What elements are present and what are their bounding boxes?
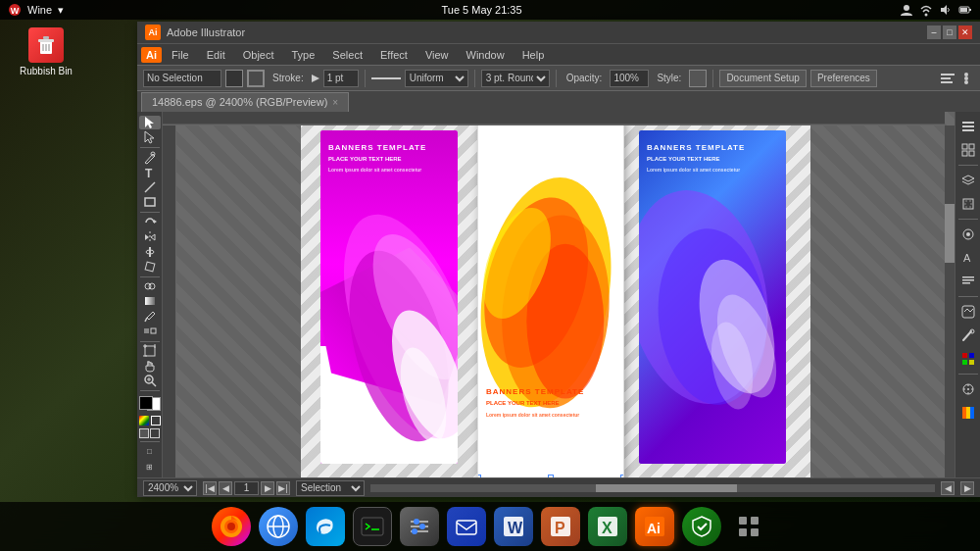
properties-panel-button[interactable] [957,116,979,137]
menu-effect[interactable]: Effect [372,47,416,63]
artboard-tool-button[interactable] [139,344,161,358]
shape-builder-tool-button[interactable] [139,279,161,293]
reflect-tool-button[interactable] [139,230,161,244]
wine-label[interactable]: Wine [27,4,52,16]
rotate-tool-button[interactable] [139,216,161,229]
taskbar-word-button[interactable]: W [494,507,533,546]
direct-selection-tool-button[interactable] [139,130,161,144]
fill-swatch[interactable] [225,70,243,87]
doc-tab-close-button[interactable]: × [332,97,338,108]
taskbar-excel-button[interactable]: X [588,507,627,546]
horizontal-scrollbar-thumb[interactable] [596,484,737,492]
handle-br[interactable] [620,475,624,478]
taskbar-firefox-button[interactable] [212,507,251,546]
paragraph-panel-button[interactable] [957,271,979,292]
taskbar-browser-button[interactable] [259,507,298,546]
menu-object[interactable]: Object [235,47,282,63]
first-page-button[interactable]: |◀ [203,481,217,495]
stroke-mode-button[interactable] [150,428,160,438]
maximize-button[interactable]: □ [943,25,956,39]
svg-rect-69 [962,129,974,131]
menu-select[interactable]: Select [324,47,370,63]
none-mode-button[interactable] [151,416,161,426]
color-guide-panel-button[interactable] [957,402,979,424]
minimize-button[interactable]: – [927,25,941,39]
fg-color-swatch[interactable] [139,396,153,410]
taskbar-mail-button[interactable] [447,507,486,546]
taskbar-security-button[interactable] [682,507,721,546]
vertical-scrollbar[interactable] [945,125,955,477]
svg-text:X: X [602,520,612,536]
brushes-panel-button[interactable] [957,325,979,346]
uniform-select[interactable]: Uniform [405,70,468,87]
symbols-panel-button[interactable] [957,378,979,400]
opacity-input[interactable] [610,70,649,87]
type-tool-button[interactable]: T [139,166,161,179]
gradient-tool-button[interactable] [139,294,161,308]
next-page-button[interactable]: ▶ [261,481,274,495]
taskbar-app-grid-button[interactable] [729,507,768,546]
status-select[interactable]: Selection [296,480,365,496]
stroke-swatch[interactable] [247,70,265,87]
app-title: Adobe Illustrator [167,26,245,38]
scroll-left-button[interactable]: ◀ [941,481,955,495]
vertical-scrollbar-thumb[interactable] [945,204,955,263]
svg-text:W: W [11,6,20,16]
eyedropper-tool-button[interactable] [139,309,161,323]
menu-view[interactable]: View [417,47,457,63]
menu-ai[interactable]: Ai [141,47,162,63]
style-swatch[interactable] [689,70,707,87]
appearance-panel-button[interactable] [957,224,979,245]
artboards-panel-button[interactable] [957,193,979,215]
rectangle-tool-button[interactable] [139,195,161,209]
scroll-right-button[interactable]: ▶ [960,481,974,495]
menu-window[interactable]: Window [459,47,513,63]
horizontal-scrollbar[interactable] [370,484,935,492]
system-bar: W Wine ▾ Tue 5 May 21:35 [0,0,980,20]
color-mode-button[interactable] [139,416,149,426]
swatches-panel-button[interactable] [957,348,979,370]
character-panel-button[interactable]: A [957,247,979,269]
width-tool-button[interactable] [139,245,161,259]
zoom-select[interactable]: 2400% [143,480,197,496]
handle-bc[interactable] [548,475,554,478]
handle-bl[interactable] [477,475,481,478]
blend-tool-button[interactable] [139,325,161,338]
pen-tool-button[interactable] [139,151,161,165]
screen-mode-button[interactable]: ⊞ [139,460,161,474]
selection-input[interactable] [143,70,221,87]
layers-panel-button[interactable] [957,170,979,191]
desktop-rubbish-bin[interactable]: Rubbish Bin [20,27,73,76]
taskbar-terminal-button[interactable] [353,507,392,546]
graphic-styles-panel-button[interactable] [957,301,979,323]
libraries-panel-button[interactable] [957,139,979,161]
preferences-button[interactable]: Preferences [810,70,877,87]
last-page-button[interactable]: ▶| [276,481,290,495]
line-tool-button[interactable] [139,180,161,194]
taskbar-illustrator-button[interactable]: Ai [635,507,674,546]
stroke-weight-input[interactable] [323,70,359,87]
taskbar-powerpoint-button[interactable]: P [541,507,580,546]
zoom-tool-button[interactable] [139,374,161,387]
document-setup-button[interactable]: Document Setup [719,70,807,87]
menu-type[interactable]: Type [284,47,323,63]
hand-tool-button[interactable] [139,359,161,373]
align-icon[interactable] [940,71,956,86]
draw-mode-button[interactable]: □ [139,445,161,459]
round-cap-select[interactable]: 3 pt. Round [481,70,550,87]
menu-help[interactable]: Help [514,47,553,63]
fill-mode-button[interactable] [139,428,149,438]
document-tab[interactable]: 14886.eps @ 2400% (RGB/Preview) × [141,92,349,112]
taskbar-slider-button[interactable] [400,507,439,546]
page-number-input[interactable] [234,481,259,495]
close-button[interactable]: ✕ [958,25,972,39]
prev-page-button[interactable]: ◀ [219,481,232,495]
wine-dropdown-icon[interactable]: ▾ [58,4,64,17]
banner-1-title: BANNERS TEMPLATE [328,142,426,153]
selection-tool-button[interactable] [139,116,161,129]
options-extra-icon[interactable] [958,71,974,86]
menu-file[interactable]: File [164,47,197,63]
menu-edit[interactable]: Edit [199,47,233,63]
taskbar-edge-button[interactable] [306,507,345,546]
free-transform-tool-button[interactable] [139,260,161,274]
